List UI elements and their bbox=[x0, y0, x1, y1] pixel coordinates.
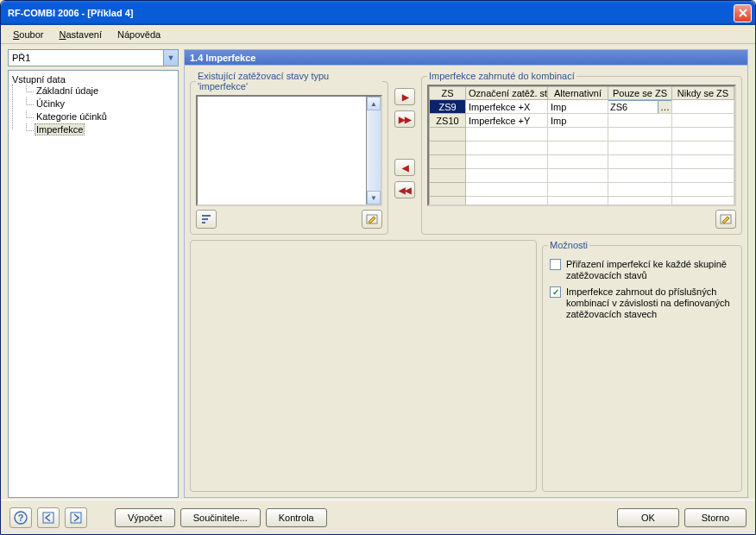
bottom-row: Možnosti Přiřazení imperfekcí ke každé s… bbox=[190, 240, 742, 492]
tree-item-základní údaje[interactable]: Základní údaje bbox=[35, 85, 100, 96]
included-imperfections-group: Imperfekce zahrnuté do kombinací ZS Ozna… bbox=[421, 71, 742, 235]
left-column: PŘ1 ▼ Vstupní data Základní údajeÚčinkyK… bbox=[8, 49, 179, 498]
nav-tree[interactable]: Vstupní data Základní údajeÚčinkyKategor… bbox=[8, 70, 179, 498]
top-row: Existující zatěžovací stavy typu 'imperf… bbox=[190, 71, 742, 235]
col-alt[interactable]: Alternativní bbox=[548, 87, 608, 100]
window-title: RF-COMBI 2006 - [Příklad 4] bbox=[8, 8, 734, 18]
menubar: Soubor Nastavení Nápověda bbox=[1, 25, 755, 44]
table-row[interactable]: ZS9Imperfekce +XImpZS6… bbox=[430, 100, 734, 114]
ellipsis-icon[interactable]: … bbox=[658, 101, 671, 113]
calc-button[interactable]: Výpočet bbox=[115, 508, 175, 527]
opt1-label: Přiřazení imperfekcí ke každé skupině za… bbox=[566, 259, 734, 281]
case-selector-value: PŘ1 bbox=[12, 53, 163, 63]
imperfections-grid[interactable]: ZS Označení zatěž. stavu Alternativní Po… bbox=[427, 85, 736, 206]
opt1-checkbox[interactable] bbox=[550, 259, 561, 270]
preview-area bbox=[190, 240, 537, 492]
col-label[interactable]: Označení zatěž. stavu bbox=[466, 87, 548, 100]
pane-body: Existující zatěžovací stavy typu 'imperf… bbox=[184, 65, 748, 498]
edit-row-icon[interactable] bbox=[715, 210, 736, 229]
options-group: Možnosti Přiřazení imperfekcí ke každé s… bbox=[542, 240, 742, 492]
prev-icon[interactable] bbox=[37, 507, 60, 528]
titlebar: RF-COMBI 2006 - [Příklad 4] bbox=[1, 1, 755, 25]
only-zs-editor[interactable]: ZS6… bbox=[608, 100, 672, 114]
existing-legend: Existující zatěžovací stavy typu 'imperf… bbox=[196, 71, 382, 91]
existing-imperfections-group: Existující zatěžovací stavy typu 'imperf… bbox=[190, 71, 388, 235]
help-icon[interactable]: ? bbox=[9, 507, 32, 528]
tree-root-label[interactable]: Vstupní data bbox=[12, 74, 66, 85]
options-legend: Možnosti bbox=[548, 240, 589, 250]
opt2-checkbox[interactable] bbox=[550, 286, 561, 298]
tree-item-účinky[interactable]: Účinky bbox=[35, 98, 66, 109]
move-left-button[interactable]: ◀ bbox=[394, 159, 415, 176]
included-legend: Imperfekce zahrnuté do kombinací bbox=[427, 71, 576, 81]
ok-button[interactable]: OK bbox=[617, 508, 679, 527]
scroll-down-icon[interactable]: ▼ bbox=[367, 191, 381, 205]
pane-title: 1.4 Imperfekce bbox=[184, 49, 748, 65]
svg-text:?: ? bbox=[18, 513, 24, 523]
footer: ? Výpočet Součinitele... Kontrola OK Sto… bbox=[1, 500, 755, 534]
col-zs[interactable]: ZS bbox=[430, 87, 466, 100]
content: PŘ1 ▼ Vstupní data Základní údajeÚčinkyK… bbox=[1, 44, 755, 500]
menu-help[interactable]: Nápověda bbox=[110, 28, 167, 41]
factors-button[interactable]: Součinitele... bbox=[180, 508, 261, 527]
col-never[interactable]: Nikdy se ZS bbox=[672, 87, 734, 100]
tree-item-kategorie účinků[interactable]: Kategorie účinků bbox=[35, 111, 109, 122]
move-all-right-button[interactable]: ▶▶ bbox=[394, 110, 415, 128]
table-row[interactable]: ZS10Imperfekce +YImp bbox=[430, 114, 734, 128]
cancel-button[interactable]: Storno bbox=[684, 508, 747, 527]
existing-listbox[interactable]: ▲ ▼ bbox=[196, 95, 382, 206]
main-pane: 1.4 Imperfekce Existující zatěžovací sta… bbox=[184, 49, 748, 498]
move-right-button[interactable]: ▶ bbox=[394, 88, 415, 105]
menu-settings[interactable]: Nastavení bbox=[52, 28, 109, 41]
transfer-buttons: ▶ ▶▶ ◀ ◀◀ bbox=[392, 71, 418, 235]
check-button[interactable]: Kontrola bbox=[266, 508, 327, 527]
scroll-up-icon[interactable]: ▲ bbox=[367, 97, 381, 110]
next-icon[interactable] bbox=[65, 507, 87, 528]
scrollbar[interactable]: ▲ ▼ bbox=[367, 97, 381, 205]
edit-icon[interactable] bbox=[362, 210, 382, 229]
close-icon[interactable] bbox=[734, 4, 752, 22]
opt2-label: Imperfekce zahrnout do příslušných kombi… bbox=[566, 286, 734, 320]
tree-item-imperfekce[interactable]: Imperfekce bbox=[35, 123, 85, 135]
case-selector[interactable]: PŘ1 ▼ bbox=[8, 49, 179, 66]
move-all-left-button[interactable]: ◀◀ bbox=[394, 181, 415, 198]
chevron-down-icon[interactable]: ▼ bbox=[163, 50, 178, 66]
menu-file[interactable]: Soubor bbox=[6, 28, 50, 41]
col-only[interactable]: Pouze se ZS bbox=[608, 87, 672, 100]
sort-icon[interactable] bbox=[196, 210, 217, 229]
window: RF-COMBI 2006 - [Příklad 4] Soubor Nasta… bbox=[0, 0, 756, 535]
